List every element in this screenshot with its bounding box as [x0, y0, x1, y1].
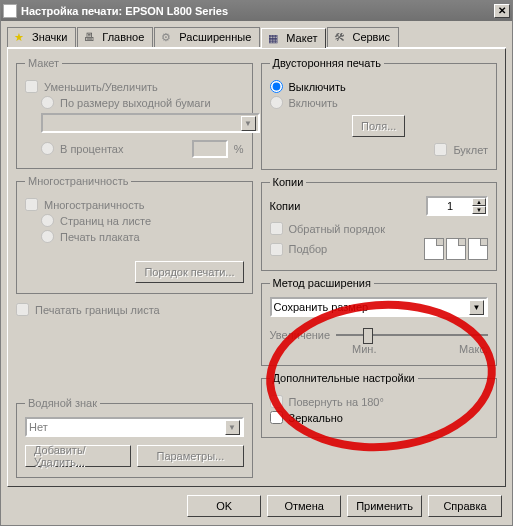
- checkbox[interactable]: [270, 395, 283, 408]
- button-label: Поля...: [361, 120, 396, 132]
- tab-label: Расширенные: [179, 31, 251, 43]
- zoom-label: Увеличение: [270, 329, 331, 341]
- checkbox[interactable]: [270, 222, 283, 235]
- check-label: Подбор: [289, 243, 328, 255]
- multipage-check[interactable]: Многостраничность: [25, 198, 244, 211]
- slider-thumb[interactable]: [363, 328, 373, 344]
- group-expand-method: Метод расширения Сохранить размер▼ Увели…: [261, 277, 498, 366]
- tab-service[interactable]: 🛠Сервис: [327, 27, 399, 47]
- check-label: Многостраничность: [44, 199, 144, 211]
- group-layout: Макет Уменьшить/Увеличить По размеру вых…: [16, 57, 253, 169]
- right-column: Двусторонняя печать Выключить Включить П…: [261, 57, 498, 478]
- mirror-check[interactable]: Зеркально: [270, 411, 489, 424]
- rotate-180-check[interactable]: Повернуть на 180°: [270, 395, 489, 408]
- group-multipage: Многостраничность Многостраничность Стра…: [16, 175, 253, 294]
- spin-down-icon[interactable]: ▼: [472, 206, 486, 214]
- duplex-on-radio[interactable]: Включить: [270, 96, 489, 109]
- button-label: Отмена: [284, 500, 323, 512]
- close-button[interactable]: ✕: [494, 4, 510, 18]
- cancel-button[interactable]: Отмена: [267, 495, 341, 517]
- chevron-down-icon[interactable]: ▼: [241, 116, 256, 131]
- print-settings-window: Настройка печати: EPSON L800 Series ✕ ★З…: [0, 0, 513, 526]
- check-label: Зеркально: [289, 412, 343, 424]
- check-label: Повернуть на 180°: [289, 396, 384, 408]
- radio[interactable]: [41, 230, 54, 243]
- dialog-footer: OK Отмена Применить Справка: [1, 487, 512, 525]
- group-more-settings: Дополнительные настройки Повернуть на 18…: [261, 372, 498, 438]
- watermark-params-button[interactable]: Параметры...: [137, 445, 243, 467]
- printer-icon: 🖶: [84, 31, 98, 43]
- checkbox[interactable]: [16, 303, 29, 316]
- tab-icons[interactable]: ★Значки: [7, 27, 76, 47]
- combo-text: Сохранить размер: [274, 301, 470, 313]
- in-percent-radio[interactable]: В процентах: [41, 142, 124, 155]
- chevron-down-icon[interactable]: ▼: [225, 420, 240, 435]
- radio-label: По размеру выходной бумаги: [60, 97, 211, 109]
- reverse-order-check[interactable]: Обратный порядок: [270, 222, 489, 235]
- button-label: Параметры...: [156, 450, 224, 462]
- group-legend: Копии: [270, 176, 307, 188]
- by-output-paper-radio[interactable]: По размеру выходной бумаги: [41, 96, 244, 109]
- chevron-down-icon[interactable]: ▼: [469, 300, 484, 315]
- radio[interactable]: [270, 96, 283, 109]
- radio[interactable]: [41, 96, 54, 109]
- slider-track: [336, 334, 488, 336]
- print-borders-check[interactable]: Печатать границы листа: [16, 303, 253, 316]
- tab-panel-layout: Макет Уменьшить/Увеличить По размеру вых…: [7, 48, 506, 487]
- checkbox[interactable]: [270, 243, 283, 256]
- radio[interactable]: [41, 142, 54, 155]
- help-button[interactable]: Справка: [428, 495, 502, 517]
- radio-label: Выключить: [289, 81, 346, 93]
- copies-input[interactable]: [428, 198, 472, 214]
- copies-spinner[interactable]: ▲▼: [426, 196, 488, 216]
- expand-method-combo[interactable]: Сохранить размер▼: [270, 297, 489, 317]
- booklet-check[interactable]: Буклет: [270, 143, 489, 156]
- radio[interactable]: [41, 214, 54, 227]
- output-paper-combo[interactable]: ▼: [41, 113, 260, 133]
- group-duplex: Двусторонняя печать Выключить Включить П…: [261, 57, 498, 170]
- pages-per-sheet-radio[interactable]: Страниц на листе: [41, 214, 244, 227]
- app-icon: [3, 4, 17, 18]
- page-icon: [424, 238, 444, 260]
- checkbox[interactable]: [434, 143, 447, 156]
- star-icon: ★: [14, 31, 28, 43]
- margins-button[interactable]: Поля...: [352, 115, 405, 137]
- group-legend: Макет: [25, 57, 62, 69]
- tab-strip: ★Значки 🖶Главное ⚙Расширенные ▦Макет 🛠Се…: [7, 27, 506, 48]
- group-legend: Водяной знак: [25, 397, 100, 409]
- spin-up-icon[interactable]: ▲: [472, 198, 486, 206]
- tab-layout[interactable]: ▦Макет: [261, 28, 326, 48]
- print-order-button[interactable]: Порядок печати...: [135, 261, 243, 283]
- titlebar[interactable]: Настройка печати: EPSON L800 Series ✕: [1, 1, 512, 21]
- ok-button[interactable]: OK: [187, 495, 261, 517]
- duplex-off-radio[interactable]: Выключить: [270, 80, 489, 93]
- button-label: OK: [216, 500, 232, 512]
- group-legend: Метод расширения: [270, 277, 374, 289]
- collate-illustration: [424, 238, 488, 260]
- combo-text: Нет: [29, 421, 225, 433]
- tab-label: Сервис: [352, 31, 390, 43]
- tab-label: Главное: [102, 31, 144, 43]
- percent-input[interactable]: [192, 140, 228, 158]
- group-watermark: Водяной знак Нет▼ Добавить/Удалить... Па…: [16, 397, 253, 478]
- radio-label: Печать плаката: [60, 231, 140, 243]
- zoom-slider[interactable]: [336, 334, 488, 336]
- page-icon: ▦: [268, 32, 282, 44]
- watermark-add-remove-button[interactable]: Добавить/Удалить...: [25, 445, 131, 467]
- reduce-enlarge-check[interactable]: Уменьшить/Увеличить: [25, 80, 244, 93]
- checkbox[interactable]: [270, 411, 283, 424]
- watermark-combo[interactable]: Нет▼: [25, 417, 244, 437]
- tab-main[interactable]: 🖶Главное: [77, 27, 153, 47]
- checkbox[interactable]: [25, 198, 38, 211]
- button-label: Порядок печати...: [144, 266, 234, 278]
- checkbox[interactable]: [25, 80, 38, 93]
- radio-label: Страниц на листе: [60, 215, 151, 227]
- radio[interactable]: [270, 80, 283, 93]
- apply-button[interactable]: Применить: [347, 495, 422, 517]
- tab-label: Значки: [32, 31, 67, 43]
- group-legend: Двусторонняя печать: [270, 57, 384, 69]
- tab-advanced[interactable]: ⚙Расширенные: [154, 27, 260, 47]
- radio-label: В процентах: [60, 143, 124, 155]
- collate-check[interactable]: Подбор: [270, 243, 328, 256]
- poster-radio[interactable]: Печать плаката: [41, 230, 244, 243]
